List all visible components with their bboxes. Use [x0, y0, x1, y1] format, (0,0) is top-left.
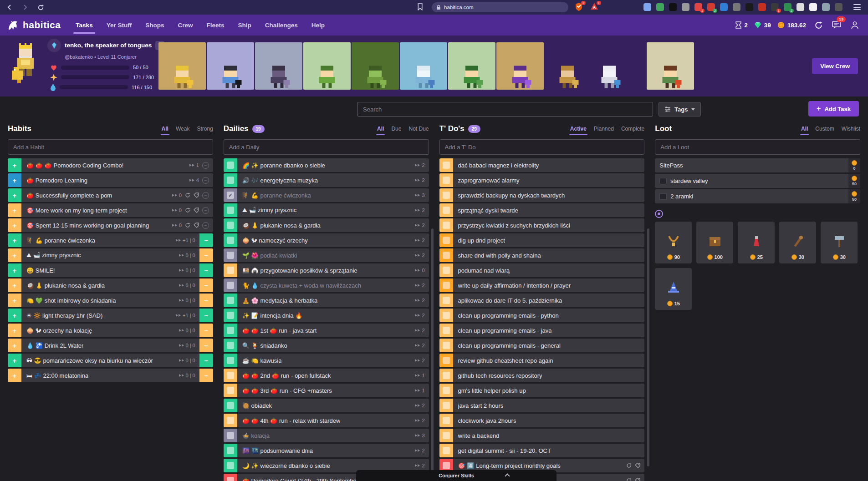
habit-title[interactable]: 🍋 💚 shot imbirowy do śniadania: [26, 297, 116, 304]
todo-checkbox[interactable]: [439, 263, 453, 277]
filter-due[interactable]: Due: [391, 126, 401, 132]
add-task-button[interactable]: + Add Task: [808, 101, 859, 116]
habit-title[interactable]: 🧅 🐿 orzechy na kolację: [26, 327, 92, 334]
habit-minus-button[interactable]: −: [199, 339, 213, 352]
add-daily-input[interactable]: [224, 139, 429, 155]
daily-title[interactable]: 🍅 🍅 1st 🍅 run - java start: [242, 327, 317, 334]
daily-checkbox[interactable]: [224, 263, 237, 277]
todo-title[interactable]: 🎯 4️⃣ Long-term project monthly goals: [458, 462, 561, 469]
habit-minus-button[interactable]: −: [199, 263, 213, 277]
url-bar[interactable]: habitica.com: [432, 2, 568, 12]
adblock-extension-icon[interactable]: A 1: [590, 2, 599, 11]
nav-item-tasks[interactable]: Tasks: [69, 15, 99, 35]
profile-button[interactable]: [849, 19, 861, 31]
habit-minus-button[interactable]: −: [199, 309, 213, 322]
todo-title[interactable]: sprawdzić backupy na dyskach twardych: [458, 192, 565, 199]
todo-title[interactable]: write a backend: [458, 432, 500, 439]
daily-checkbox[interactable]: [224, 218, 237, 232]
filter-custom[interactable]: Custom: [815, 126, 834, 132]
gold-currency[interactable]: 183.62: [777, 21, 806, 29]
daily-checkbox[interactable]: [224, 459, 237, 472]
habit-title[interactable]: 🍅 🍅 🍅 Pomodoro Coding Combo!: [26, 162, 123, 169]
habit-plus-button[interactable]: +: [8, 203, 21, 217]
habit-plus-button[interactable]: +: [8, 173, 21, 187]
habit-title[interactable]: ⛰ 🛁 zimny prysznic: [26, 252, 81, 259]
habit-title[interactable]: ☀ 🔆 light therapy 1hr (SAD): [26, 312, 102, 319]
daily-title[interactable]: 🧘 🌸 medytacja & herbatka: [242, 297, 317, 304]
party-member-avatar[interactable]: [255, 42, 302, 90]
todo-title[interactable]: get digital summit - sii - 19-20. OCT: [458, 447, 551, 454]
todo-checkbox[interactable]: [439, 399, 453, 412]
todo-checkbox[interactable]: [439, 278, 453, 292]
daily-checkbox[interactable]: [224, 324, 237, 337]
habit-plus-button[interactable]: +: [8, 263, 21, 277]
filter-wishlist[interactable]: Wishlist: [842, 126, 860, 132]
habit-plus-button[interactable]: +: [8, 354, 21, 367]
habit-minus-button[interactable]: −: [199, 233, 213, 247]
habit-title[interactable]: 🛏 💤 22:00 melatonina: [26, 372, 88, 379]
todo-checkbox[interactable]: [439, 173, 453, 187]
extension-icon[interactable]: [669, 3, 677, 11]
daily-checkbox[interactable]: [224, 414, 237, 427]
filter-not-due[interactable]: Not Due: [408, 126, 429, 132]
habit-plus-button[interactable]: +: [8, 188, 21, 202]
todo-checkbox[interactable]: [439, 158, 453, 172]
tags-filter-button[interactable]: Tags: [659, 102, 701, 116]
habit-title[interactable]: 🍅 Successfully complete a pom: [26, 192, 112, 199]
todo-title[interactable]: podumać nad wiarą: [458, 267, 510, 274]
skills-drawer[interactable]: Conjurer Skills: [356, 470, 557, 481]
sync-button[interactable]: [812, 19, 824, 31]
search-input[interactable]: [357, 102, 653, 116]
extension-icon[interactable]: 2: [707, 3, 715, 11]
daily-checkbox[interactable]: [224, 173, 237, 187]
habit-minus-button[interactable]: −: [199, 354, 213, 367]
filter-all[interactable]: All: [162, 126, 168, 132]
extension-icon[interactable]: [809, 3, 817, 11]
daily-title[interactable]: 🌆 🌃 podsumowanie dnia: [242, 447, 313, 454]
daily-title[interactable]: 🍲 kolacja: [242, 432, 270, 439]
daily-checkbox[interactable]: [224, 444, 237, 457]
daily-title[interactable]: 🍅 🍅 3rd 🍅 run - CFG +masters: [242, 387, 332, 394]
hourglass-currency[interactable]: 2: [735, 21, 748, 29]
shop-item-potion[interactable]: 25: [738, 222, 775, 263]
habit-plus-button[interactable]: +: [8, 218, 21, 232]
todo-checkbox[interactable]: [439, 414, 453, 427]
extension-icon[interactable]: [797, 3, 804, 11]
extension-icon[interactable]: 1: [771, 3, 779, 11]
habit-plus-button[interactable]: +: [8, 158, 21, 172]
todo-checkbox[interactable]: [439, 188, 453, 202]
daily-title[interactable]: 🔊 🎶 energetyczna muzyka: [242, 177, 318, 184]
daily-checkbox[interactable]: [224, 309, 237, 322]
daily-title[interactable]: 🌱 🌺 podlać kwiatki: [242, 252, 297, 259]
daily-checkbox[interactable]: [224, 354, 237, 367]
filter-weak[interactable]: Weak: [176, 126, 189, 132]
daily-checkbox[interactable]: [224, 399, 237, 412]
daily-title[interactable]: 🥘 obiadek: [242, 402, 272, 409]
daily-checkbox[interactable]: [224, 158, 237, 172]
habit-minus-button[interactable]: −: [199, 324, 213, 337]
shop-item-hat[interactable]: 15: [655, 268, 692, 310]
habit-plus-button[interactable]: +: [8, 369, 21, 382]
daily-checkbox[interactable]: ✓: [224, 188, 237, 202]
todos-scrollbar[interactable]: [647, 228, 649, 466]
habit-title[interactable]: 🎯 Spent 12-15 mins working on goal plann…: [26, 222, 149, 229]
habit-title[interactable]: 🕶 😎 pomarańczowe oksy na biurku na wiecz…: [26, 357, 153, 364]
extension-icon[interactable]: [745, 3, 753, 11]
daily-title[interactable]: ⛰ 🛁 zimny prysznic: [242, 207, 297, 214]
extension-icon[interactable]: [758, 3, 766, 11]
nav-item-yer-stuff[interactable]: Yer Stuff: [100, 15, 139, 35]
shop-item-wand[interactable]: 30: [779, 222, 816, 263]
shop-item-chest[interactable]: 100: [696, 222, 733, 263]
extension-icon[interactable]: [733, 3, 740, 11]
extension-icon[interactable]: [835, 3, 842, 11]
daily-title[interactable]: 🍱 🍙 przygotowanie posiłków & sprzątanie: [242, 267, 357, 274]
browser-forward-icon[interactable]: [21, 3, 29, 11]
filter-all[interactable]: All: [801, 126, 808, 132]
daily-title[interactable]: 🧗 💪 poranne ćwiczonka: [242, 192, 311, 199]
daily-checkbox[interactable]: [224, 278, 237, 292]
nav-item-ship[interactable]: Ship: [231, 15, 258, 35]
reward-row[interactable]: SitePass0: [655, 158, 860, 172]
habit-title[interactable]: 🎯 More work on my long-term project: [26, 207, 127, 214]
habit-minus-button[interactable]: −: [199, 248, 213, 262]
daily-checkbox[interactable]: [224, 203, 237, 217]
